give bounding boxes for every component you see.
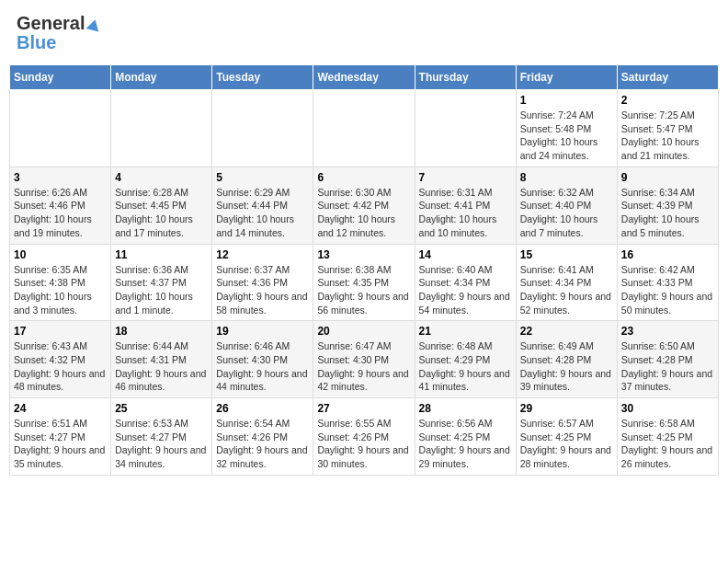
day-info: Sunrise: 6:51 AMSunset: 4:27 PMDaylight:…: [14, 417, 107, 471]
calendar-cell: 12Sunrise: 6:37 AMSunset: 4:36 PMDayligh…: [212, 244, 313, 321]
calendar-cell: 26Sunrise: 6:54 AMSunset: 4:26 PMDayligh…: [212, 398, 313, 476]
day-number: 3: [14, 171, 107, 184]
day-info: Sunrise: 6:28 AMSunset: 4:45 PMDaylight:…: [115, 186, 208, 240]
calendar-cell: 8Sunrise: 6:32 AMSunset: 4:40 PMDaylight…: [516, 167, 617, 244]
logo: General Blue: [17, 13, 100, 53]
calendar-cell: 7Sunrise: 6:31 AMSunset: 4:41 PMDaylight…: [415, 167, 516, 244]
day-number: 13: [317, 248, 410, 261]
day-number: 23: [621, 325, 714, 338]
col-header-friday: Friday: [516, 65, 617, 90]
day-info: Sunrise: 6:26 AMSunset: 4:46 PMDaylight:…: [14, 186, 107, 240]
day-info: Sunrise: 6:34 AMSunset: 4:39 PMDaylight:…: [621, 186, 714, 240]
day-info: Sunrise: 6:29 AMSunset: 4:44 PMDaylight:…: [216, 186, 309, 240]
day-number: 22: [520, 325, 613, 338]
day-number: 9: [621, 171, 714, 184]
day-info: Sunrise: 6:42 AMSunset: 4:33 PMDaylight:…: [621, 263, 714, 317]
day-number: 10: [14, 248, 107, 261]
day-info: Sunrise: 6:35 AMSunset: 4:38 PMDaylight:…: [14, 263, 107, 317]
calendar-cell: 18Sunrise: 6:44 AMSunset: 4:31 PMDayligh…: [111, 321, 212, 398]
calendar-cell: 29Sunrise: 6:57 AMSunset: 4:25 PMDayligh…: [516, 398, 617, 476]
calendar-cell: 27Sunrise: 6:55 AMSunset: 4:26 PMDayligh…: [313, 398, 415, 476]
day-number: 7: [419, 171, 512, 184]
day-number: 28: [419, 402, 512, 415]
day-number: 17: [14, 325, 107, 338]
day-info: Sunrise: 6:47 AMSunset: 4:30 PMDaylight:…: [317, 339, 410, 394]
calendar-cell: 10Sunrise: 6:35 AMSunset: 4:38 PMDayligh…: [10, 244, 111, 321]
day-info: Sunrise: 6:49 AMSunset: 4:28 PMDaylight:…: [520, 339, 613, 394]
day-number: 15: [520, 248, 613, 261]
calendar-cell: 2Sunrise: 7:25 AMSunset: 5:47 PMDaylight…: [617, 90, 718, 167]
calendar-cell: 24Sunrise: 6:51 AMSunset: 4:27 PMDayligh…: [10, 398, 111, 476]
logo-general: General: [17, 13, 100, 34]
col-header-sunday: Sunday: [10, 65, 111, 90]
day-number: 21: [419, 325, 512, 338]
day-number: 30: [621, 402, 714, 415]
calendar-cell: 17Sunrise: 6:43 AMSunset: 4:32 PMDayligh…: [10, 321, 111, 398]
calendar-cell: 28Sunrise: 6:56 AMSunset: 4:25 PMDayligh…: [415, 398, 516, 476]
calendar-cell: 20Sunrise: 6:47 AMSunset: 4:30 PMDayligh…: [313, 321, 415, 398]
day-info: Sunrise: 6:48 AMSunset: 4:29 PMDaylight:…: [419, 339, 512, 394]
day-info: Sunrise: 6:43 AMSunset: 4:32 PMDaylight:…: [14, 339, 107, 394]
calendar-cell: 9Sunrise: 6:34 AMSunset: 4:39 PMDaylight…: [617, 167, 718, 244]
day-number: 19: [216, 325, 309, 338]
day-number: 8: [520, 171, 613, 184]
calendar-table: SundayMondayTuesdayWednesdayThursdayFrid…: [9, 64, 719, 476]
day-info: Sunrise: 6:41 AMSunset: 4:34 PMDaylight:…: [520, 263, 613, 317]
day-info: Sunrise: 7:24 AMSunset: 5:48 PMDaylight:…: [520, 109, 613, 163]
calendar-week-1: 1Sunrise: 7:24 AMSunset: 5:48 PMDaylight…: [10, 90, 719, 167]
logo-blue: Blue: [17, 32, 56, 53]
day-info: Sunrise: 6:30 AMSunset: 4:42 PMDaylight:…: [317, 186, 410, 240]
day-info: Sunrise: 6:37 AMSunset: 4:36 PMDaylight:…: [216, 263, 309, 317]
calendar-cell: 23Sunrise: 6:50 AMSunset: 4:28 PMDayligh…: [617, 321, 718, 398]
day-number: 24: [14, 402, 107, 415]
calendar-cell: 25Sunrise: 6:53 AMSunset: 4:27 PMDayligh…: [111, 398, 212, 476]
calendar-cell: 4Sunrise: 6:28 AMSunset: 4:45 PMDaylight…: [111, 167, 212, 244]
day-info: Sunrise: 6:38 AMSunset: 4:35 PMDaylight:…: [317, 263, 410, 317]
day-info: Sunrise: 6:40 AMSunset: 4:34 PMDaylight:…: [419, 263, 512, 317]
calendar-week-4: 17Sunrise: 6:43 AMSunset: 4:32 PMDayligh…: [10, 321, 719, 398]
day-number: 4: [115, 171, 208, 184]
calendar-week-2: 3Sunrise: 6:26 AMSunset: 4:46 PMDaylight…: [10, 167, 719, 244]
calendar-cell: 15Sunrise: 6:41 AMSunset: 4:34 PMDayligh…: [516, 244, 617, 321]
calendar-cell: 5Sunrise: 6:29 AMSunset: 4:44 PMDaylight…: [212, 167, 313, 244]
calendar-cell: 21Sunrise: 6:48 AMSunset: 4:29 PMDayligh…: [415, 321, 516, 398]
calendar-cell: 14Sunrise: 6:40 AMSunset: 4:34 PMDayligh…: [415, 244, 516, 321]
calendar-cell: 16Sunrise: 6:42 AMSunset: 4:33 PMDayligh…: [617, 244, 718, 321]
day-info: Sunrise: 6:56 AMSunset: 4:25 PMDaylight:…: [419, 417, 512, 471]
day-info: Sunrise: 6:44 AMSunset: 4:31 PMDaylight:…: [115, 339, 208, 394]
day-number: 1: [520, 94, 613, 107]
calendar-cell: [415, 90, 516, 167]
col-header-thursday: Thursday: [415, 65, 516, 90]
day-info: Sunrise: 6:36 AMSunset: 4:37 PMDaylight:…: [115, 263, 208, 317]
day-number: 16: [621, 248, 714, 261]
calendar-cell: [10, 90, 111, 167]
calendar-cell: 13Sunrise: 6:38 AMSunset: 4:35 PMDayligh…: [313, 244, 415, 321]
day-info: Sunrise: 6:50 AMSunset: 4:28 PMDaylight:…: [621, 339, 714, 394]
day-info: Sunrise: 6:32 AMSunset: 4:40 PMDaylight:…: [520, 186, 613, 240]
day-info: Sunrise: 6:55 AMSunset: 4:26 PMDaylight:…: [317, 417, 410, 471]
col-header-monday: Monday: [111, 65, 212, 90]
calendar-week-5: 24Sunrise: 6:51 AMSunset: 4:27 PMDayligh…: [10, 398, 719, 476]
calendar-cell: 22Sunrise: 6:49 AMSunset: 4:28 PMDayligh…: [516, 321, 617, 398]
day-info: Sunrise: 6:54 AMSunset: 4:26 PMDaylight:…: [216, 417, 309, 471]
calendar-cell: 30Sunrise: 6:58 AMSunset: 4:25 PMDayligh…: [617, 398, 718, 476]
page-header: General Blue: [9, 9, 719, 57]
day-number: 6: [317, 171, 410, 184]
day-number: 29: [520, 402, 613, 415]
calendar-cell: [313, 90, 415, 167]
calendar-cell: 3Sunrise: 6:26 AMSunset: 4:46 PMDaylight…: [10, 167, 111, 244]
day-info: Sunrise: 6:53 AMSunset: 4:27 PMDaylight:…: [115, 417, 208, 471]
day-number: 27: [317, 402, 410, 415]
day-number: 25: [115, 402, 208, 415]
day-info: Sunrise: 6:31 AMSunset: 4:41 PMDaylight:…: [419, 186, 512, 240]
calendar-cell: 11Sunrise: 6:36 AMSunset: 4:37 PMDayligh…: [111, 244, 212, 321]
day-info: Sunrise: 6:46 AMSunset: 4:30 PMDaylight:…: [216, 339, 309, 394]
col-header-wednesday: Wednesday: [313, 65, 415, 90]
day-number: 11: [115, 248, 208, 261]
day-info: Sunrise: 6:57 AMSunset: 4:25 PMDaylight:…: [520, 417, 613, 471]
day-number: 26: [216, 402, 309, 415]
day-number: 12: [216, 248, 309, 261]
day-info: Sunrise: 7:25 AMSunset: 5:47 PMDaylight:…: [621, 109, 714, 163]
day-info: Sunrise: 6:58 AMSunset: 4:25 PMDaylight:…: [621, 417, 714, 471]
day-number: 20: [317, 325, 410, 338]
